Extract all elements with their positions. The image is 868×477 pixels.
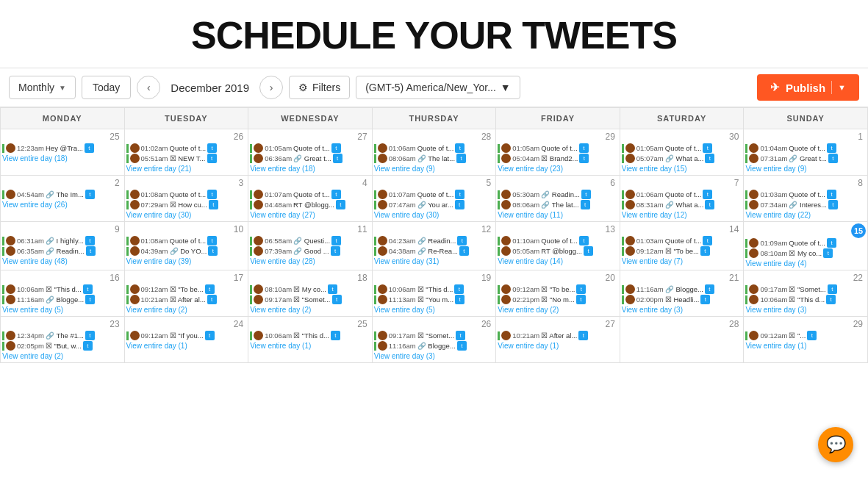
today-button[interactable]: Today	[82, 76, 131, 99]
view-day-link[interactable]: View entire day (48)	[2, 257, 123, 266]
view-day-link[interactable]: View entire day (3)	[745, 305, 866, 315]
tweet-row[interactable]: 07:34am🔗 Interes...t	[745, 200, 866, 209]
tweet-row[interactable]: 01:06amQuote of t...t	[374, 143, 495, 153]
tweet-row[interactable]: 04:38am🔗 Re-Rea...t	[374, 246, 495, 256]
timezone-dropdown[interactable]: (GMT-5) America/New_Yor... ▼	[356, 76, 520, 99]
view-day-link[interactable]: View entire day (2)	[126, 305, 247, 315]
tweet-row[interactable]: 05:07am🔗 What a...t	[622, 154, 742, 163]
tweet-row[interactable]: 04:23am🔗 Readin...t	[374, 236, 495, 245]
tweet-row[interactable]: 01:03amQuote of t...t	[745, 190, 866, 199]
tweet-row[interactable]: 11:16am🔗 Blogge...t	[2, 295, 123, 304]
view-day-link[interactable]: View entire day (2)	[498, 305, 618, 315]
tweet-row[interactable]: 05:30am🔗 Readin...t	[498, 190, 618, 199]
tweet-row[interactable]: 09:12am☒ "To be...t	[126, 284, 247, 294]
view-day-link[interactable]: View entire day (28)	[250, 257, 370, 266]
view-day-link[interactable]: View entire day (9)	[374, 164, 495, 173]
view-day-link[interactable]: View entire day (30)	[126, 210, 247, 220]
tweet-row[interactable]: 09:12am☒ "If you...t	[126, 331, 247, 340]
view-day-link[interactable]: View entire day (31)	[374, 257, 495, 266]
tweet-row[interactable]: 07:31am🔗 Great t...t	[745, 154, 866, 163]
tweet-row[interactable]: 11:16am🔗 Blogge...t	[374, 341, 495, 351]
tweet-row[interactable]: 08:06am🔗 The lat...t	[374, 154, 495, 163]
tweet-row[interactable]: 01:06amQuote of t...t	[622, 190, 742, 199]
tweet-row[interactable]: 10:06am☒ "This d...t	[745, 295, 866, 304]
tweet-row[interactable]: 06:31am🔗 I highly...t	[2, 236, 123, 245]
view-day-link[interactable]: View entire day (18)	[2, 154, 123, 163]
tweet-row[interactable]: 10:06am☒ "This d...t	[250, 331, 370, 340]
tweet-row[interactable]: 05:04am☒ Brand2...t	[498, 154, 618, 163]
tweet-row[interactable]: 10:21am☒ After al...t	[498, 331, 618, 340]
tweet-row[interactable]: 05:51am☒ NEW T...t	[126, 154, 247, 163]
tweet-row[interactable]: 01:05amQuote of t...t	[622, 143, 742, 153]
view-day-link[interactable]: View entire day (1)	[126, 341, 247, 351]
next-nav-button[interactable]: ›	[259, 76, 283, 99]
view-day-link[interactable]: View entire day (30)	[374, 210, 495, 220]
view-day-link[interactable]: View entire day (26)	[2, 200, 123, 209]
view-day-link[interactable]: View entire day (7)	[622, 257, 742, 266]
tweet-row[interactable]: 06:35am🔗 Readin...t	[2, 246, 123, 256]
view-day-link[interactable]: View entire day (23)	[498, 164, 618, 173]
tweet-row[interactable]: 02:05pm☒ "But, w...t	[2, 341, 123, 351]
filters-button[interactable]: ⚙ Filters	[289, 76, 350, 99]
view-day-link[interactable]: View entire day (2)	[250, 305, 370, 315]
view-day-link[interactable]: View entire day (3)	[374, 351, 495, 361]
view-day-link[interactable]: View entire day (4)	[745, 259, 866, 268]
tweet-row[interactable]: 08:10am☒ My co...t	[745, 248, 866, 258]
tweet-row[interactable]: 10:06am☒ "This d...t	[2, 284, 123, 294]
tweet-row[interactable]: 01:08amQuote of t...t	[126, 236, 247, 245]
tweet-row[interactable]: 07:39am🔗 Good ...t	[250, 246, 370, 256]
view-day-link[interactable]: View entire day (12)	[622, 210, 742, 220]
view-day-link[interactable]: View entire day (5)	[374, 305, 495, 315]
tweet-row[interactable]: 01:04amQuote of t...t	[745, 143, 866, 153]
view-day-link[interactable]: View entire day (21)	[126, 164, 247, 173]
tweet-row[interactable]: 07:29am☒ How cu...t	[126, 200, 247, 209]
tweet-row[interactable]: 09:12am☒ "To be...t	[498, 284, 618, 294]
tweet-row[interactable]: 09:17am☒ "Somet...t	[374, 331, 495, 340]
tweet-row[interactable]: 01:07amQuote of t...t	[250, 190, 370, 199]
publish-button[interactable]: ✈ Publish ▼	[757, 74, 859, 101]
tweet-row[interactable]: 08:06am🔗 The lat...t	[498, 200, 618, 209]
tweet-row[interactable]: 09:12am☒ "To be...t	[622, 246, 742, 256]
view-day-link[interactable]: View entire day (5)	[2, 305, 123, 315]
tweet-row[interactable]: 04:54am🔗 The Im...t	[2, 190, 123, 199]
view-day-link[interactable]: View entire day (14)	[498, 257, 618, 266]
view-day-link[interactable]: View entire day (27)	[250, 210, 370, 220]
tweet-row[interactable]: 10:06am☒ "This d...t	[374, 284, 495, 294]
tweet-row[interactable]: 09:17am☒ "Somet...t	[250, 295, 370, 304]
tweet-row[interactable]: 06:58am🔗 Questi...t	[250, 236, 370, 245]
view-day-link[interactable]: View entire day (39)	[126, 257, 247, 266]
view-day-link[interactable]: View entire day (18)	[250, 164, 370, 173]
view-day-link[interactable]: View entire day (22)	[745, 210, 866, 220]
tweet-row[interactable]: 01:10amQuote of t...t	[498, 236, 618, 245]
view-day-link[interactable]: View entire day (1)	[498, 341, 618, 351]
tweet-row[interactable]: 01:02amQuote of t...t	[126, 143, 247, 153]
tweet-row[interactable]: 11:13am☒ "You m...t	[374, 295, 495, 304]
tweet-row[interactable]: 06:36am🔗 Great t...t	[250, 154, 370, 163]
tweet-row[interactable]: 01:05amQuote of t...t	[250, 143, 370, 153]
tweet-row[interactable]: 09:12am☒ "...t	[745, 331, 866, 340]
view-day-link[interactable]: View entire day (15)	[622, 164, 742, 173]
tweet-row[interactable]: 11:16am🔗 Blogge...t	[622, 284, 742, 294]
tweet-row[interactable]: 09:17am☒ "Somet...t	[745, 284, 866, 294]
tweet-row[interactable]: 01:03amQuote of t...t	[622, 236, 742, 245]
tweet-row[interactable]: 05:05amRT @blogg...t	[498, 246, 618, 256]
view-day-link[interactable]: View entire day (1)	[745, 341, 866, 351]
view-day-link[interactable]: View entire day (11)	[498, 210, 618, 220]
view-day-link[interactable]: View entire day (9)	[745, 164, 866, 173]
tweet-row[interactable]: 07:47am🔗 You ar...t	[374, 200, 495, 209]
view-day-link[interactable]: View entire day (2)	[2, 351, 123, 361]
view-day-link[interactable]: View entire day (3)	[622, 305, 742, 315]
tweet-row[interactable]: 02:00pm☒ Headli...t	[622, 295, 742, 304]
view-day-link[interactable]: View entire day (1)	[250, 341, 370, 351]
tweet-row[interactable]: 12:34pm🔗 The #1...t	[2, 331, 123, 340]
tweet-row[interactable]: 04:39am🔗 Do YO...t	[126, 246, 247, 256]
prev-nav-button[interactable]: ‹	[137, 76, 160, 99]
tweet-row[interactable]: 01:08amQuote of t...t	[126, 190, 247, 199]
tweet-row[interactable]: 08:10am☒ My co...t	[250, 284, 370, 294]
tweet-row[interactable]: 01:09amQuote of t...t	[745, 238, 866, 248]
tweet-row[interactable]: 01:05amQuote of t...t	[498, 143, 618, 153]
monthly-dropdown[interactable]: Monthly ▼	[9, 76, 76, 99]
tweet-row[interactable]: 02:21pm☒ "No m...t	[498, 295, 618, 304]
tweet-row[interactable]: 04:48amRT @blogg...t	[250, 200, 370, 209]
tweet-row[interactable]: 12:23amHey @Tra...t	[2, 143, 123, 153]
